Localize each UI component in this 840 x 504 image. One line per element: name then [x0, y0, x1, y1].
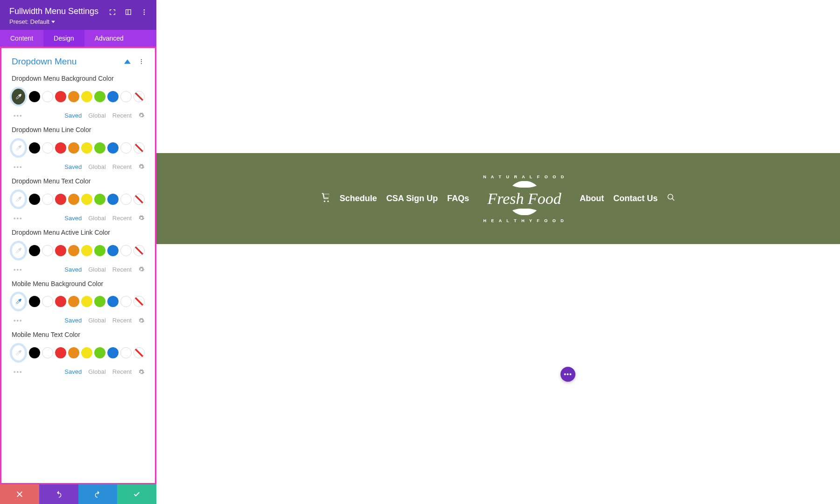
palette-tab-global[interactable]: Global	[88, 266, 106, 273]
color-swatch[interactable]	[29, 142, 40, 154]
undo-button[interactable]	[39, 484, 78, 504]
color-swatch[interactable]	[68, 91, 79, 102]
color-swatch[interactable]	[133, 245, 145, 256]
layout-icon[interactable]	[125, 8, 132, 16]
color-swatch[interactable]	[133, 194, 145, 205]
menu-item-csa[interactable]: CSA Sign Up	[386, 194, 438, 203]
menu-item-about[interactable]: About	[580, 194, 604, 203]
color-swatch[interactable]	[120, 296, 132, 307]
redo-button[interactable]	[78, 484, 118, 504]
gear-icon[interactable]	[138, 266, 145, 273]
color-swatch[interactable]	[42, 91, 53, 102]
eyedropper-button[interactable]	[12, 89, 25, 105]
palette-tab-global[interactable]: Global	[88, 112, 106, 119]
palette-tab-saved[interactable]: Saved	[64, 317, 82, 324]
palette-tab-saved[interactable]: Saved	[64, 266, 82, 273]
more-icon[interactable]: •••	[14, 112, 23, 119]
eyedropper-button[interactable]	[12, 243, 25, 259]
eyedropper-button[interactable]	[12, 191, 25, 207]
more-icon[interactable]: •••	[14, 266, 23, 273]
palette-tab-recent[interactable]: Recent	[112, 112, 132, 119]
color-swatch[interactable]	[120, 194, 132, 205]
color-swatch[interactable]	[55, 91, 66, 102]
tab-advanced[interactable]: Advanced	[84, 30, 134, 47]
color-swatch[interactable]	[81, 194, 92, 205]
color-swatch[interactable]	[120, 347, 132, 358]
palette-tab-recent[interactable]: Recent	[112, 215, 132, 222]
collapse-icon[interactable]	[124, 58, 131, 65]
color-swatch[interactable]	[29, 91, 40, 102]
gear-icon[interactable]	[138, 369, 145, 375]
color-swatch[interactable]	[107, 194, 119, 205]
gear-icon[interactable]	[138, 163, 145, 170]
cart-icon[interactable]	[321, 193, 330, 204]
gear-icon[interactable]	[138, 215, 145, 221]
section-more-icon[interactable]	[138, 58, 145, 65]
color-swatch[interactable]	[68, 296, 79, 307]
color-swatch[interactable]	[94, 245, 105, 256]
palette-tab-global[interactable]: Global	[88, 368, 106, 375]
color-swatch[interactable]	[107, 245, 119, 256]
color-swatch[interactable]	[55, 296, 66, 307]
color-swatch[interactable]	[107, 347, 119, 358]
color-swatch[interactable]	[133, 347, 145, 358]
palette-tab-global[interactable]: Global	[88, 215, 106, 222]
palette-tab-saved[interactable]: Saved	[64, 112, 82, 119]
color-swatch[interactable]	[81, 142, 92, 154]
palette-tab-recent[interactable]: Recent	[112, 317, 132, 324]
palette-tab-global[interactable]: Global	[88, 163, 106, 170]
color-swatch[interactable]	[42, 245, 53, 256]
color-swatch[interactable]	[120, 142, 132, 154]
color-swatch[interactable]	[42, 194, 53, 205]
more-icon[interactable]: •••	[14, 215, 23, 222]
color-swatch[interactable]	[29, 245, 40, 256]
logo[interactable]: N A T U R A L F O O D Fresh Food H E A L…	[478, 175, 570, 223]
color-swatch[interactable]	[94, 142, 105, 154]
color-swatch[interactable]	[81, 296, 92, 307]
tab-content[interactable]: Content	[0, 30, 43, 47]
eyedropper-button[interactable]	[12, 140, 25, 156]
floating-more-button[interactable]: •••	[560, 367, 575, 382]
color-swatch[interactable]	[81, 347, 92, 358]
color-swatch[interactable]	[81, 91, 92, 102]
color-swatch[interactable]	[107, 296, 119, 307]
color-swatch[interactable]	[94, 194, 105, 205]
color-swatch[interactable]	[107, 142, 119, 154]
save-button[interactable]	[117, 484, 156, 504]
color-swatch[interactable]	[94, 347, 105, 358]
color-swatch[interactable]	[55, 347, 66, 358]
more-icon[interactable]: •••	[14, 163, 23, 170]
palette-tab-global[interactable]: Global	[88, 317, 106, 324]
color-swatch[interactable]	[42, 347, 53, 358]
search-icon[interactable]	[667, 193, 675, 204]
color-swatch[interactable]	[42, 142, 53, 154]
color-swatch[interactable]	[120, 245, 132, 256]
color-swatch[interactable]	[29, 347, 40, 358]
eyedropper-button[interactable]	[12, 345, 25, 361]
palette-tab-saved[interactable]: Saved	[64, 163, 82, 170]
color-swatch[interactable]	[94, 91, 105, 102]
color-swatch[interactable]	[68, 194, 79, 205]
palette-tab-recent[interactable]: Recent	[112, 368, 132, 375]
color-swatch[interactable]	[68, 347, 79, 358]
color-swatch[interactable]	[68, 245, 79, 256]
color-swatch[interactable]	[133, 91, 145, 102]
preset-selector[interactable]: Preset: Default	[9, 18, 98, 25]
color-swatch[interactable]	[68, 142, 79, 154]
menu-item-faqs[interactable]: FAQs	[447, 194, 469, 203]
palette-tab-saved[interactable]: Saved	[64, 368, 82, 375]
more-icon[interactable]	[140, 8, 148, 16]
color-swatch[interactable]	[42, 296, 53, 307]
palette-tab-recent[interactable]: Recent	[112, 163, 132, 170]
color-swatch[interactable]	[55, 194, 66, 205]
color-swatch[interactable]	[29, 194, 40, 205]
color-swatch[interactable]	[94, 296, 105, 307]
tab-design[interactable]: Design	[43, 30, 84, 47]
gear-icon[interactable]	[138, 317, 145, 324]
more-icon[interactable]: •••	[14, 368, 23, 375]
palette-tab-recent[interactable]: Recent	[112, 266, 132, 273]
color-swatch[interactable]	[133, 142, 145, 154]
color-swatch[interactable]	[55, 142, 66, 154]
color-swatch[interactable]	[81, 245, 92, 256]
cancel-button[interactable]	[0, 484, 39, 504]
